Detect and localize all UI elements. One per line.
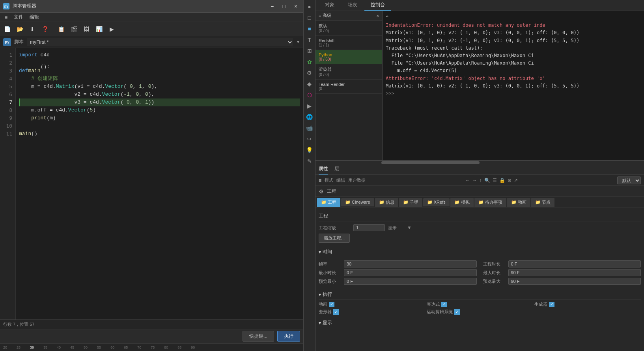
list-icon[interactable]: ☰ [493,178,497,183]
toolbar: 📄 📂 ⬇ ❓ 📋 🎬 🖼 📊 ▶ [0,22,303,36]
side-text-button[interactable]: T [304,35,315,45]
project-tab-cineware[interactable]: 📁 Cineware [341,198,374,206]
exec-gen-checkbox[interactable]: ✓ [549,302,554,307]
tab-console[interactable]: 控制台 [364,0,391,11]
side-pen-button[interactable]: ✎ [304,156,315,166]
exec-anim-checkbox[interactable]: ✓ [329,302,334,307]
add-icon[interactable]: ⊕ [508,178,511,183]
play-button[interactable]: ▶ [106,24,117,35]
scale-input[interactable] [353,224,385,231]
max-time-input[interactable] [508,269,641,276]
props-header: ⚙ 工程 [315,186,644,197]
close-console-icon[interactable]: × [377,13,379,18]
console-scrollbar[interactable] [315,161,644,164]
console-scrollbar-thumb[interactable] [381,161,480,164]
exec-mocca-checkbox[interactable]: ✓ [454,309,460,315]
maximize-button[interactable]: □ [280,2,288,11]
folder-icon-6: 📁 [454,200,460,204]
exec-expr-checkbox[interactable]: ✓ [441,302,447,307]
side-tool-button[interactable]: ⬡ [304,90,315,100]
back-icon[interactable]: ← [465,178,470,183]
tab-layer[interactable]: 层 [334,164,339,175]
render-item-renderer[interactable]: 渲染器 (0 / 0) [315,64,382,80]
side-camera-button[interactable]: 📹 [304,123,315,133]
chart-button[interactable]: 📊 [93,24,105,35]
project-tab-sim[interactable]: 📁 模拟 [450,198,474,207]
props-mode-item[interactable]: 模式 [325,177,333,183]
tab-attributes[interactable]: 属性 [319,164,328,175]
download-button[interactable]: ⬇ [27,24,38,35]
exec-group-header[interactable]: ▾ 执行 [319,290,641,300]
props-edit-item[interactable]: 编辑 [336,177,345,183]
menu-file[interactable]: 文件 [11,13,26,21]
time-group-header[interactable]: ▾ 时间 [319,247,641,257]
run-button[interactable]: 执行 [277,331,300,342]
side-cube-button[interactable]: ■ [304,24,315,34]
new-file-button[interactable]: 📄 [2,24,13,35]
preview-min-input[interactable] [344,278,477,285]
project-time-input[interactable] [508,260,641,267]
framerate-input[interactable] [344,260,477,267]
open-file-button[interactable]: 📂 [14,24,25,35]
project-tab-todo[interactable]: 📁 待办事项 [474,198,506,207]
status-text: 行数 7，位置 57 [3,321,34,327]
side-st-button[interactable]: ST [304,134,315,144]
menu-edit[interactable]: 编辑 [26,13,42,21]
side-play-button[interactable]: ▶ [304,101,315,111]
forward-icon[interactable]: → [472,178,477,183]
render-item-redshift[interactable]: Redshift (1 / 1) [315,36,382,50]
project-tab-info[interactable]: 📁 信息 [375,198,398,207]
min-time-row: 最小时长 [319,269,477,276]
expand-icon[interactable]: ↗ [514,178,518,183]
display-group-header[interactable]: ▾ 显示 [319,318,641,328]
min-time-label: 最小时长 [319,270,342,276]
render-item-python[interactable]: Python (0 / 60) [315,50,382,64]
preview-max-input[interactable] [508,278,641,285]
console-output[interactable]: ^ IndentationError: unindent does not ma… [383,11,644,160]
up-icon[interactable]: ↑ [480,178,482,183]
tab-object[interactable]: 对象 [319,0,341,11]
code-line-11: main() [19,130,300,138]
preview-min-row: 预览最小 [319,278,477,285]
right-with-sidebar: ● □ ■ T ⊞ ✿ ⚙ ◆ ⬡ ▶ 🌐 📹 ST 💡 ✎ 对象 场次 控制台 [304,0,644,351]
exec-deform-checkbox[interactable]: ✓ [333,309,339,315]
side-rect-button[interactable]: □ [304,13,315,23]
script-dropdown[interactable]: myFirst * [27,38,293,46]
image-button[interactable]: 🖼 [81,24,92,35]
search-icon[interactable]: 🔍 [484,178,490,183]
side-globe-button[interactable]: 🌐 [304,112,315,122]
side-spline-button[interactable]: ✿ [304,57,315,67]
side-light-button[interactable]: 💡 [304,145,315,155]
menu-hamburger[interactable]: ≡ [2,14,11,21]
side-sphere-button[interactable]: ● [304,2,315,12]
scale-project-btn[interactable]: 缩放工程... [319,234,350,243]
side-grid-button[interactable]: ⊞ [304,46,315,56]
project-tab-node[interactable]: 📁 节点 [531,198,554,207]
render-list: ≡ 高级 × 默认 (0 / 0) Redshift (1 / 1) Pytho… [315,11,383,160]
project-scale-row: 工程缩放 厘米 ▼ [319,223,641,232]
project-tab-xrefs[interactable]: 📁 XRefs [423,198,450,206]
project-tab-project[interactable]: 📁 工程 [317,198,340,207]
tab-scene[interactable]: 场次 [342,0,364,11]
lock-icon[interactable]: 🔒 [499,178,505,183]
side-diamond-button[interactable]: ◆ [304,79,315,89]
code-editor[interactable]: import c4d def main(): # 创建矩阵 m = c4d.Ma… [16,48,303,319]
top-tabs: 对象 场次 控制台 [315,0,644,11]
minimize-button[interactable]: − [268,2,276,11]
props-dropdown[interactable]: 默认 [617,176,641,184]
project-tab-bullet[interactable]: 📁 子弹 [399,198,422,207]
project-group-header[interactable]: 工程 [319,211,641,221]
close-button[interactable]: × [291,2,300,11]
side-gear-button[interactable]: ⚙ [304,68,315,78]
render-item-default[interactable]: 默认 (0 / 0) [315,20,382,36]
min-time-input[interactable] [344,269,477,276]
project-tab-anim[interactable]: 📁 动画 [507,198,530,207]
video-button[interactable]: 🎬 [68,24,79,35]
shortcut-button[interactable]: 快捷键... [243,331,274,342]
copy-button[interactable]: 📋 [56,24,67,35]
props-userdata-item[interactable]: 用户数据 [348,177,366,183]
unit-dropdown-icon[interactable]: ▼ [407,225,412,230]
render-item-team[interactable]: Team Render (0... [315,80,382,94]
display-collapse-icon: ▾ [319,320,321,326]
help-button[interactable]: ❓ [39,24,50,35]
